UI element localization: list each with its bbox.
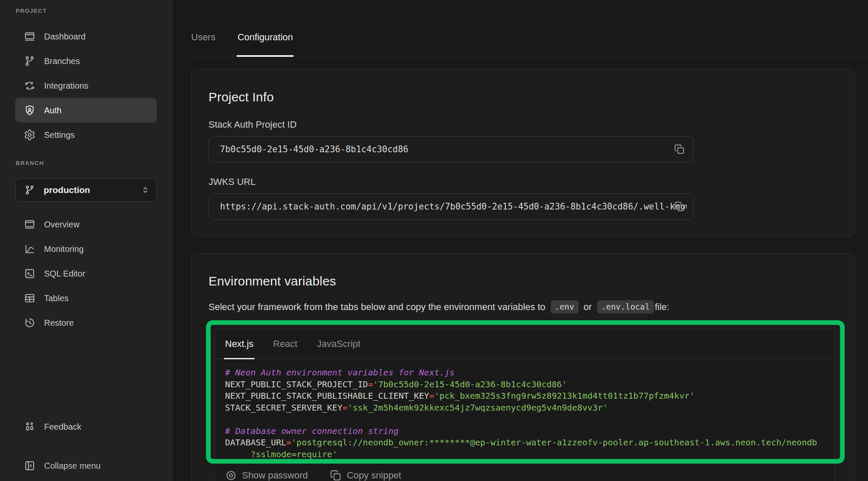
sql-editor-icon bbox=[24, 268, 36, 280]
code-token-var: NEXT_PUBLIC_STACK_PROJECT_ID bbox=[225, 379, 368, 389]
page-tabbar: UsersConfiguration bbox=[191, 0, 868, 56]
branch-nav: OverviewMonitoringSQL EditorTablesRestor… bbox=[0, 212, 172, 335]
sidebar: PROJECT DashboardBranchesIntegrationsAut… bbox=[0, 0, 172, 481]
description-text: Select your framework from the tabs belo… bbox=[209, 301, 548, 313]
main-content: UsersConfiguration Project Info Stack Au… bbox=[173, 0, 868, 481]
copy-button[interactable] bbox=[670, 197, 689, 216]
chevron-updown-icon bbox=[140, 185, 150, 195]
sidebar-item-monitoring[interactable]: Monitoring bbox=[15, 237, 157, 261]
code-token-string: ?sslmode=require' bbox=[225, 449, 337, 459]
code-line: # Database owner connection string bbox=[225, 425, 826, 437]
field-value: 7b0c55d0-2e15-45d0-a236-8b1c4c30cd86 bbox=[220, 144, 687, 154]
copy-icon bbox=[330, 470, 342, 481]
restore-icon bbox=[24, 317, 36, 329]
sidebar-item-label: Settings bbox=[44, 130, 75, 140]
tab-configuration[interactable]: Configuration bbox=[237, 32, 293, 56]
sidebar-item-feedback[interactable]: Feedback bbox=[15, 414, 157, 439]
sidebar-item-label: Branches bbox=[44, 56, 80, 66]
sidebar-item-label: Auth bbox=[44, 106, 61, 115]
environment-variables-description: Select your framework from the tabs belo… bbox=[209, 300, 838, 313]
code-token-op: = bbox=[287, 437, 292, 447]
integrations-icon bbox=[24, 80, 36, 92]
eye-icon bbox=[225, 470, 237, 481]
copy-snippet-button[interactable]: Copy snippet bbox=[330, 470, 401, 481]
inline-code-chip: .env.local bbox=[597, 300, 654, 313]
collapse-menu-label: Collapse menu bbox=[44, 461, 100, 471]
code-token-var: NEXT_PUBLIC_STACK_PUBLISHABLE_CLIENT_KEY bbox=[225, 391, 429, 401]
framework-tabbar: Next.jsReactJavaScript bbox=[215, 329, 835, 359]
sidebar-item-label: Tables bbox=[44, 294, 69, 303]
field-label-jwks-url: JWKS URL bbox=[209, 176, 838, 187]
description-text: or bbox=[581, 301, 595, 313]
code-line: DATABASE_URL='postgresql://neondb_owner:… bbox=[225, 437, 826, 449]
feedback-nav: Feedback bbox=[0, 414, 172, 439]
section-label-branch: BRANCH bbox=[16, 160, 172, 166]
action-label: Show password bbox=[242, 470, 308, 481]
collapse-icon bbox=[24, 460, 36, 472]
field-value: https://api.stack-auth.com/api/v1/projec… bbox=[220, 201, 687, 212]
action-label: Copy snippet bbox=[347, 470, 401, 481]
code-line: NEXT_PUBLIC_STACK_PROJECT_ID='7b0c55d0-2… bbox=[225, 379, 826, 391]
snippet-actions: Show passwordCopy snippet bbox=[215, 464, 835, 481]
description-text: file: bbox=[655, 301, 669, 313]
code-token-op: = bbox=[342, 403, 348, 413]
monitoring-icon bbox=[24, 243, 36, 255]
dashboard-icon bbox=[24, 31, 36, 42]
sidebar-item-restore[interactable]: Restore bbox=[15, 310, 157, 335]
sidebar-item-integrations[interactable]: Integrations bbox=[15, 73, 157, 98]
code-line: ?sslmode=require' bbox=[225, 449, 826, 461]
copy-icon bbox=[674, 201, 685, 212]
field-input-jwks-url[interactable]: https://api.stack-auth.com/api/v1/projec… bbox=[209, 193, 694, 220]
code-token-var: DATABASE_URL bbox=[225, 437, 287, 447]
sidebar-item-branches[interactable]: Branches bbox=[15, 49, 157, 73]
branch-icon bbox=[24, 185, 35, 196]
sidebar-item-label: SQL Editor bbox=[44, 269, 85, 279]
project-info-title: Project Info bbox=[209, 89, 838, 105]
code-token-string: 'pck_bxem325s3fng9rw5z89213k1md4tt01tz1b… bbox=[434, 391, 695, 401]
snippet-panel-wrap: Next.jsReactJavaScript # Neon Auth envir… bbox=[214, 329, 835, 481]
framework-tab-javascript[interactable]: JavaScript bbox=[317, 329, 361, 358]
gear-icon bbox=[24, 129, 36, 141]
copy-icon bbox=[674, 144, 685, 155]
sidebar-item-tables[interactable]: Tables bbox=[15, 286, 157, 310]
sidebar-item-label: Restore bbox=[44, 318, 74, 328]
sidebar-item-dashboard[interactable]: Dashboard bbox=[15, 24, 157, 49]
tab-users[interactable]: Users bbox=[191, 32, 215, 56]
code-token-string: 'postgresql://neondb_owner:********@ep-w… bbox=[292, 437, 817, 447]
snippet-panel: Next.jsReactJavaScript # Neon Auth envir… bbox=[214, 329, 835, 481]
collapse-menu-button[interactable]: Collapse menu bbox=[15, 453, 157, 478]
code-token-op: = bbox=[368, 379, 373, 389]
branch-icon bbox=[24, 55, 36, 67]
field-input-stack-auth-project-id[interactable]: 7b0c55d0-2e15-45d0-a236-8b1c4c30cd86 bbox=[209, 136, 694, 162]
code-token-var: STACK_SECRET_SERVER_KEY bbox=[225, 403, 342, 413]
branch-selector[interactable]: production bbox=[15, 178, 157, 202]
code-line: # Neon Auth environment variables for Ne… bbox=[225, 367, 826, 379]
sidebar-spacer bbox=[0, 335, 172, 414]
code-line bbox=[225, 414, 826, 425]
sidebar-item-sql-editor[interactable]: SQL Editor bbox=[15, 261, 157, 286]
branch-selector-value: production bbox=[44, 185, 90, 195]
sidebar-item-overview[interactable]: Overview bbox=[15, 212, 157, 237]
show-password-button[interactable]: Show password bbox=[225, 470, 308, 481]
code-line: NEXT_PUBLIC_STACK_PUBLISHABLE_CLIENT_KEY… bbox=[225, 390, 826, 402]
overview-icon bbox=[24, 218, 36, 230]
environment-variables-title: Environment variables bbox=[209, 273, 838, 289]
sidebar-item-label: Monitoring bbox=[44, 244, 83, 254]
copy-button[interactable] bbox=[670, 140, 689, 159]
sidebar-item-label: Integrations bbox=[44, 81, 89, 91]
sidebar-item-label: Dashboard bbox=[44, 32, 86, 42]
sidebar-item-label: Overview bbox=[44, 220, 79, 229]
framework-tab-next-js[interactable]: Next.js bbox=[225, 329, 253, 358]
sidebar-item-settings[interactable]: Settings bbox=[15, 123, 157, 147]
sidebar-item-auth[interactable]: Auth bbox=[15, 98, 157, 123]
code-token-op: = bbox=[429, 391, 434, 401]
project-nav: DashboardBranchesIntegrationsAuthSetting… bbox=[0, 24, 172, 147]
field-label-stack-auth-project-id: Stack Auth Project ID bbox=[209, 119, 838, 130]
project-info-card: Project Info Stack Auth Project ID7b0c55… bbox=[191, 69, 855, 237]
section-label-project: PROJECT bbox=[16, 8, 172, 14]
environment-variables-card: Environment variables Select your framew… bbox=[191, 253, 855, 481]
framework-tab-react[interactable]: React bbox=[273, 329, 297, 358]
feedback-icon bbox=[24, 421, 36, 433]
code-token-comment: # Neon Auth environment variables for Ne… bbox=[225, 367, 455, 378]
env-code-block: # Neon Auth environment variables for Ne… bbox=[215, 359, 835, 464]
